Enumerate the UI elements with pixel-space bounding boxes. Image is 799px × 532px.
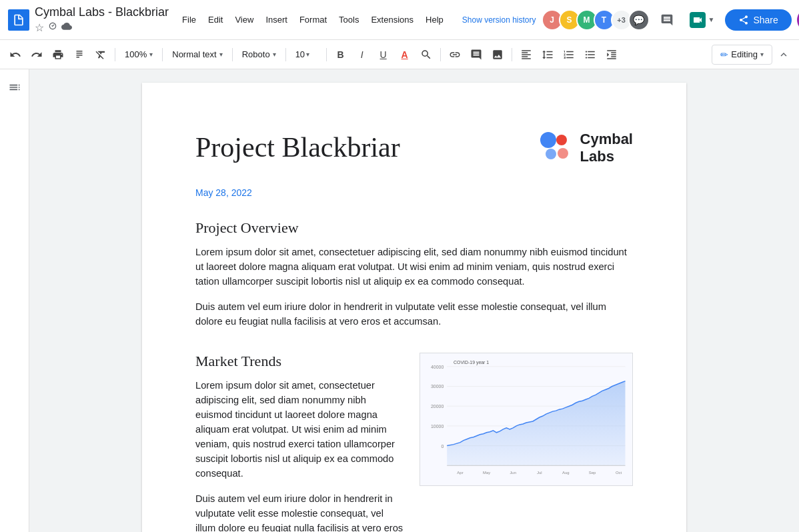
title-icons: ☆	[35, 21, 169, 34]
meet-icon	[690, 12, 706, 28]
document-area[interactable]: Project Blackbriar	[29, 69, 799, 532]
market-trends-section: Market Trends Lorem ipsum dolor sit amet…	[195, 353, 633, 532]
document-title[interactable]: Cymbal Labs - Blackbriar	[35, 5, 169, 20]
editing-mode-button[interactable]: ✏ Editing ▾	[712, 45, 772, 65]
menu-view[interactable]: View	[229, 12, 259, 27]
right-controls: J S M T +3 💬 ▼ Share U	[542, 8, 800, 32]
menu-edit[interactable]: Edit	[203, 12, 228, 27]
font-value: Roboto	[242, 49, 270, 59]
svg-text:40000: 40000	[431, 365, 444, 369]
ordered-list-button[interactable]	[559, 45, 579, 65]
toolbar-divider-4	[285, 48, 286, 61]
svg-text:Aug: Aug	[562, 471, 570, 475]
cymbal-name-line1: Cymbal	[580, 131, 633, 148]
paint-format-button[interactable]	[69, 45, 89, 65]
cloud-icon[interactable]	[61, 21, 72, 33]
highlight-button[interactable]	[416, 45, 436, 65]
zoom-dropdown[interactable]: 100% ▾	[119, 47, 158, 62]
svg-text:Jul: Jul	[537, 471, 542, 475]
line-spacing-button[interactable]	[538, 45, 558, 65]
image-button[interactable]	[488, 45, 508, 65]
zoom-value: 100%	[125, 49, 147, 59]
italic-button[interactable]: I	[352, 45, 372, 65]
svg-text:20000: 20000	[431, 404, 444, 409]
font-size-chevron: ▾	[306, 51, 309, 58]
underline-button[interactable]: U	[373, 45, 393, 65]
meet-chevron: ▼	[708, 16, 715, 23]
chart-svg: 40000 30000 20000 10000 0	[420, 353, 632, 485]
menu-extensions[interactable]: Extensions	[365, 12, 419, 27]
toolbar-divider-5	[326, 48, 327, 61]
menu-help[interactable]: Help	[420, 12, 449, 27]
font-dropdown[interactable]: Roboto ▾	[237, 47, 281, 62]
toolbar-divider-3	[232, 48, 233, 61]
svg-text:May: May	[483, 471, 490, 475]
market-trends-heading: Market Trends	[195, 353, 404, 370]
font-size-dropdown[interactable]: 10 ▾	[290, 47, 322, 62]
align-button[interactable]	[516, 45, 536, 65]
font-size-value: 10	[295, 49, 305, 59]
text-style-value: Normal text	[172, 49, 216, 59]
menu-tools[interactable]: Tools	[333, 12, 364, 27]
project-overview-heading: Project Overview	[195, 219, 633, 237]
document-main-title: Project Blackbriar	[195, 131, 400, 164]
editing-chevron: ▾	[760, 51, 764, 58]
svg-point-3	[558, 148, 568, 159]
expand-button[interactable]	[774, 45, 794, 65]
font-chevron: ▾	[273, 51, 276, 58]
menu-bar: File Edit View Insert Format Tools Exten…	[177, 12, 449, 27]
svg-text:COVID-19 year 1: COVID-19 year 1	[454, 360, 489, 365]
market-trends-para-1[interactable]: Lorem ipsum dolor sit amet, consectetuer…	[195, 378, 404, 481]
toolbar: 100% ▾ Normal text ▾ Roboto ▾ 10 ▾ B I U…	[0, 40, 799, 69]
project-overview-para-1[interactable]: Lorem ipsum dolor sit amet, consectetuer…	[195, 245, 633, 289]
editing-pencil-icon: ✏	[720, 49, 728, 60]
unordered-list-button[interactable]	[580, 45, 600, 65]
toolbar-divider-2	[162, 48, 163, 61]
share-button[interactable]: Share	[725, 9, 791, 31]
collaborator-comment-avatar[interactable]: 💬	[628, 9, 650, 31]
market-trends-para-2[interactable]: Duis autem vel eum iriure dolor in hendr…	[195, 491, 404, 532]
market-chart: 40000 30000 20000 10000 0	[420, 353, 633, 486]
menu-file[interactable]: File	[177, 12, 201, 27]
undo-button[interactable]	[5, 45, 25, 65]
menu-insert[interactable]: Insert	[260, 12, 293, 27]
market-trends-text: Market Trends Lorem ipsum dolor sit amet…	[195, 353, 404, 532]
bold-button[interactable]: B	[331, 45, 351, 65]
app-icon	[8, 9, 29, 31]
star-icon[interactable]: ☆	[35, 21, 44, 34]
zoom-chevron: ▾	[149, 51, 153, 58]
docs-icon	[12, 13, 25, 27]
svg-point-1	[556, 135, 567, 145]
cymbal-icon	[539, 131, 574, 165]
svg-text:Apr: Apr	[457, 471, 463, 475]
top-bar: Cymbal Labs - Blackbriar ☆ File Edit Vie…	[0, 0, 799, 40]
comment-button[interactable]	[655, 8, 679, 32]
cymbal-name-line2: Labs	[580, 148, 633, 165]
outline-toggle-button[interactable]	[5, 77, 25, 97]
sidebar	[0, 69, 29, 532]
link-button[interactable]	[445, 45, 465, 65]
version-history-link[interactable]: Show version history	[462, 15, 536, 25]
redo-button[interactable]	[27, 45, 47, 65]
comment-inline-button[interactable]	[466, 45, 486, 65]
menu-format[interactable]: Format	[294, 12, 332, 27]
text-style-dropdown[interactable]: Normal text ▾	[167, 47, 227, 62]
svg-text:0: 0	[441, 443, 444, 448]
toolbar-divider-7	[512, 48, 512, 61]
print-button[interactable]	[48, 45, 68, 65]
share-label: Share	[753, 15, 778, 25]
font-color-button[interactable]: A	[395, 45, 415, 65]
document-page: Project Blackbriar	[142, 83, 686, 532]
project-overview-para-2[interactable]: Duis autem vel eum iriure dolor in hendr…	[195, 299, 633, 329]
clear-format-button[interactable]	[91, 45, 111, 65]
svg-point-0	[540, 132, 556, 148]
title-section: Cymbal Labs - Blackbriar ☆	[35, 5, 169, 34]
project-overview-section: Project Overview Lorem ipsum dolor sit a…	[195, 219, 633, 329]
meet-button[interactable]: ▼	[684, 8, 720, 32]
drive-save-icon[interactable]	[48, 21, 57, 33]
text-style-chevron: ▾	[219, 51, 223, 58]
cymbal-logo: Cymbal Labs	[539, 131, 633, 166]
toolbar-divider-6	[440, 48, 441, 61]
toolbar-divider-1	[115, 48, 115, 61]
indent-button[interactable]	[602, 45, 622, 65]
